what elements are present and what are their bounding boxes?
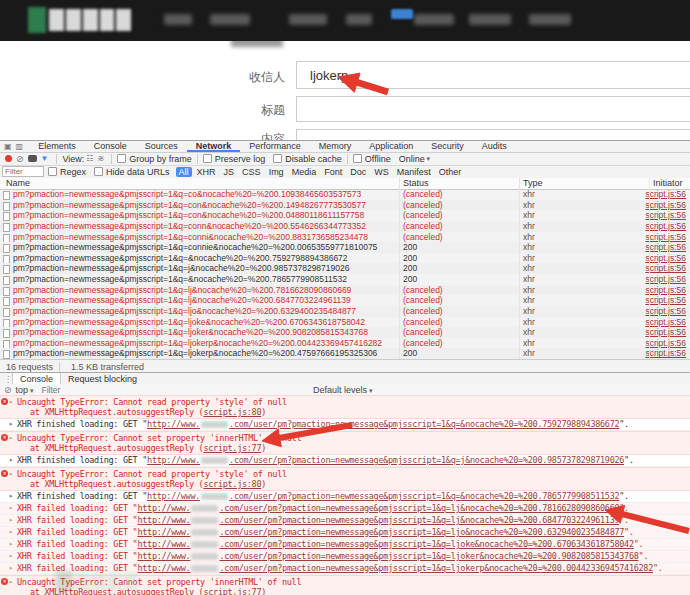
tab-security[interactable]: Security xyxy=(422,141,473,152)
filter-pill-manifest[interactable]: Manifest xyxy=(394,167,434,177)
filter-pill-ws[interactable]: WS xyxy=(371,167,392,177)
clear-icon[interactable]: ⊘ xyxy=(16,154,24,164)
tab-audits[interactable]: Audits xyxy=(473,141,516,152)
filter-pill-other[interactable]: Other xyxy=(436,167,465,177)
nav-item[interactable] xyxy=(210,14,250,25)
content-input[interactable] xyxy=(296,129,690,140)
expand-triangle-icon[interactable]: ▸ xyxy=(9,563,13,574)
expand-triangle-icon[interactable]: ▸ xyxy=(9,491,13,502)
timeline-view-icon[interactable]: ≋ xyxy=(98,154,105,163)
tab-performance[interactable]: Performance xyxy=(240,141,310,152)
title-input[interactable] xyxy=(296,96,690,122)
initiator-link[interactable]: script.js:56 xyxy=(645,253,686,263)
inspect-element-icon[interactable]: ▣ xyxy=(4,142,12,151)
initiator-link[interactable]: script.js:56 xyxy=(645,274,686,284)
expand-triangle-icon[interactable]: ▸ xyxy=(9,469,13,479)
disable-cache-checkbox[interactable] xyxy=(273,154,282,163)
table-row[interactable]: pm?pmaction=newmessage&pmjsscript=1&q=co… xyxy=(0,221,690,232)
regex-checkbox[interactable] xyxy=(48,167,57,176)
console-filter-input[interactable] xyxy=(40,384,194,396)
table-row[interactable]: pm?pmaction=newmessage&pmjsscript=1&q=lj… xyxy=(0,295,690,306)
request-url-link[interactable]: http://www..com/user/pm?pmaction=newmess… xyxy=(137,551,638,561)
nav-item[interactable] xyxy=(469,14,511,25)
table-row[interactable]: pm?pmaction=newmessage&pmjsscript=1&q=lj… xyxy=(0,327,690,338)
tab-application[interactable]: Application xyxy=(360,141,422,152)
table-row[interactable]: pm?pmaction=newmessage&pmjsscript=1&q=co… xyxy=(0,210,690,221)
initiator-link[interactable]: script.js:56 xyxy=(645,327,686,337)
filter-pill-css[interactable]: CSS xyxy=(239,167,264,177)
tab-elements[interactable]: Elements xyxy=(29,141,85,152)
initiator-link[interactable]: script.js:56 xyxy=(645,285,686,295)
nav-item[interactable] xyxy=(289,14,327,25)
recipient-input[interactable] xyxy=(296,61,690,89)
capture-screenshots-icon[interactable] xyxy=(28,155,37,162)
script-link[interactable]: script.js:77 xyxy=(203,443,261,453)
initiator-link[interactable]: script.js:56 xyxy=(645,295,686,305)
table-row[interactable]: pm?pmaction=newmessage&pmjsscript=1&q=lj… xyxy=(0,306,690,317)
initiator-link[interactable]: script.js:56 xyxy=(645,348,686,358)
initiator-link[interactable]: script.js:56 xyxy=(645,306,686,316)
column-header-initiator[interactable]: Initiator xyxy=(653,178,683,189)
nav-item[interactable] xyxy=(164,14,192,25)
filter-pill-all[interactable]: All xyxy=(176,167,192,177)
initiator-link[interactable]: script.js:56 xyxy=(645,263,686,273)
filter-pill-xhr[interactable]: XHR xyxy=(194,167,219,177)
column-header-status[interactable]: Status xyxy=(403,178,429,189)
tab-sources[interactable]: Sources xyxy=(136,141,187,152)
offline-checkbox[interactable] xyxy=(353,154,362,163)
large-rows-icon[interactable]: ☷ xyxy=(86,154,93,163)
nav-notification-badge[interactable] xyxy=(391,9,413,19)
initiator-link[interactable]: script.js:56 xyxy=(645,242,686,252)
site-logo[interactable] xyxy=(28,7,132,33)
nav-item[interactable] xyxy=(346,14,372,25)
column-header-type[interactable]: Type xyxy=(523,178,543,189)
group-by-frame-checkbox[interactable] xyxy=(117,154,126,163)
column-header-name[interactable]: Name xyxy=(6,178,30,189)
expand-triangle-icon[interactable]: ▸ xyxy=(9,577,13,587)
initiator-link[interactable]: script.js:56 xyxy=(645,221,686,231)
table-row[interactable]: pm?pmaction=newmessage&pmjsscript=1&q=&n… xyxy=(0,253,690,264)
table-row[interactable]: pm?pmaction=newmessage&pmjsscript=1&q=co… xyxy=(0,189,690,200)
filter-pill-font[interactable]: Font xyxy=(321,167,345,177)
filter-pill-media[interactable]: Media xyxy=(289,167,320,177)
throttling-select[interactable]: Online xyxy=(399,154,425,164)
hide-data-urls-checkbox[interactable] xyxy=(94,167,103,176)
table-row[interactable]: pm?pmaction=newmessage&pmjsscript=1&q=&n… xyxy=(0,274,690,285)
initiator-link[interactable]: script.js:56 xyxy=(645,317,686,327)
expand-triangle-icon[interactable]: ▸ xyxy=(9,419,13,430)
execution-context-select[interactable]: top ▾ xyxy=(16,385,34,395)
filter-pill-js[interactable]: JS xyxy=(221,167,238,177)
expand-triangle-icon[interactable]: ▸ xyxy=(9,455,13,466)
table-row[interactable]: pm?pmaction=newmessage&pmjsscript=1&q=lj… xyxy=(0,317,690,328)
filter-pill-doc[interactable]: Doc xyxy=(347,167,369,177)
request-url-link[interactable]: http://www..com/user/pm?pmaction=newmess… xyxy=(137,503,619,513)
request-url-link[interactable]: http://www..com/user/pm?pmaction=newmess… xyxy=(147,455,624,465)
nav-item[interactable] xyxy=(414,14,454,25)
filter-funnel-icon[interactable]: ▼ xyxy=(41,154,49,163)
request-url-link[interactable]: http://www..com/user/pm?pmaction=newmess… xyxy=(137,539,633,549)
initiator-link[interactable]: script.js:56 xyxy=(645,200,686,210)
table-row[interactable]: pm?pmaction=newmessage&pmjsscript=1&q=co… xyxy=(0,232,690,243)
table-row[interactable]: pm?pmaction=newmessage&pmjsscript=1&q=lj… xyxy=(0,338,690,349)
expand-triangle-icon[interactable]: ▸ xyxy=(9,433,13,443)
request-url-link[interactable]: http://www..com/user/pm?pmaction=newmess… xyxy=(137,515,619,525)
record-button[interactable] xyxy=(5,155,12,162)
tab-network[interactable]: Network xyxy=(187,141,241,152)
expand-triangle-icon[interactable]: ▸ xyxy=(9,527,13,538)
network-filter-input[interactable] xyxy=(2,166,44,177)
expand-triangle-icon[interactable]: ▸ xyxy=(9,503,13,514)
request-url-link[interactable]: http://www..com/user/pm?pmaction=newmess… xyxy=(147,419,619,429)
initiator-link[interactable]: script.js:56 xyxy=(645,232,686,242)
table-row[interactable]: pm?pmaction=newmessage&pmjsscript=1&q=j&… xyxy=(0,263,690,274)
vertical-dots-icon[interactable]: ⋮ xyxy=(4,375,12,384)
expand-triangle-icon[interactable]: ▸ xyxy=(9,539,13,550)
log-levels-select[interactable]: Default levels ▾ xyxy=(313,385,373,395)
initiator-link[interactable]: script.js:56 xyxy=(645,189,686,199)
device-toolbar-icon[interactable]: ▥ xyxy=(16,142,24,151)
table-row[interactable]: pm?pmaction=newmessage&pmjsscript=1&q=lj… xyxy=(0,285,690,296)
expand-triangle-icon[interactable]: ▸ xyxy=(9,551,13,562)
initiator-link[interactable]: script.js:56 xyxy=(645,210,686,220)
expand-triangle-icon[interactable]: ▸ xyxy=(9,397,13,407)
script-link[interactable]: script.js:80 xyxy=(203,407,261,417)
clear-console-icon[interactable]: ⊘ xyxy=(4,385,12,395)
